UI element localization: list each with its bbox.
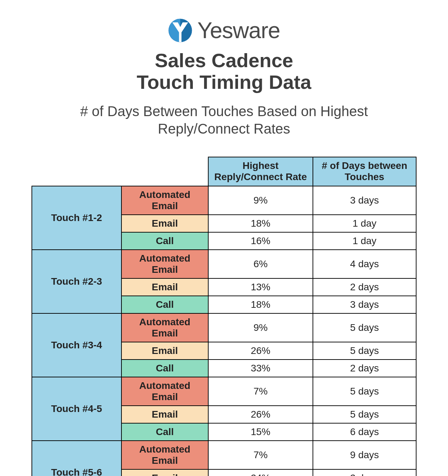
days-value: 1 day xyxy=(313,232,416,250)
rate-value: 26% xyxy=(208,406,313,423)
channel-label: Email xyxy=(121,406,209,423)
cadence-table: Highest Reply/Connect Rate # of Days bet… xyxy=(31,157,416,476)
rate-value: 16% xyxy=(208,232,313,250)
days-value: 5 days xyxy=(313,313,416,342)
days-value: 6 days xyxy=(313,423,416,441)
channel-label: Call xyxy=(121,423,209,441)
rate-value: 7% xyxy=(208,441,313,469)
table-row: Touch #5-6Automated Email7%9 days xyxy=(32,441,416,469)
title-line-1: Sales Cadence xyxy=(155,49,293,71)
table-row: Touch #4-5Automated Email7%5 days xyxy=(32,377,416,406)
touch-group-label: Touch #1-2 xyxy=(32,186,121,250)
channel-label: Automated Email xyxy=(121,441,209,469)
days-value: 9 days xyxy=(313,441,416,469)
rate-value: 33% xyxy=(208,360,313,377)
channel-label: Email xyxy=(121,469,209,476)
days-value: 2 days xyxy=(313,469,416,476)
touch-group-label: Touch #2-3 xyxy=(32,250,121,313)
col-header-days: # of Days between Touches xyxy=(313,157,416,186)
touch-group-label: Touch #4-5 xyxy=(32,377,121,441)
yesware-logo-icon xyxy=(168,18,192,43)
title-line-2: Touch Timing Data xyxy=(137,71,312,93)
channel-label: Email xyxy=(121,342,209,360)
channel-label: Email xyxy=(121,215,209,232)
brand-name: Yesware xyxy=(197,17,280,43)
rate-value: 15% xyxy=(208,423,313,441)
channel-label: Email xyxy=(121,278,209,296)
channel-label: Automated Email xyxy=(121,186,209,215)
rate-value: 7% xyxy=(208,377,313,406)
days-value: 5 days xyxy=(313,377,416,406)
header-spacer xyxy=(32,157,208,186)
rate-value: 18% xyxy=(208,215,313,232)
col-header-rate: Highest Reply/Connect Rate xyxy=(208,157,313,186)
rate-value: 9% xyxy=(208,186,313,215)
header-row: Highest Reply/Connect Rate # of Days bet… xyxy=(32,157,416,186)
days-value: 2 days xyxy=(313,278,416,296)
touch-group-label: Touch #5-6 xyxy=(32,441,121,476)
touch-group-label: Touch #3-4 xyxy=(32,313,121,377)
rate-value: 26% xyxy=(208,342,313,360)
channel-label: Call xyxy=(121,296,209,313)
channel-label: Call xyxy=(121,360,209,377)
table-row: Touch #3-4Automated Email9%5 days xyxy=(32,313,416,342)
days-value: 3 days xyxy=(313,296,416,313)
days-value: 3 days xyxy=(313,186,416,215)
channel-label: Call xyxy=(121,232,209,250)
rate-value: 24% xyxy=(208,469,313,476)
rate-value: 13% xyxy=(208,278,313,296)
channel-label: Automated Email xyxy=(121,250,209,278)
rate-value: 18% xyxy=(208,296,313,313)
page-title: Sales Cadence Touch Timing Data xyxy=(21,50,427,93)
channel-label: Automated Email xyxy=(121,377,209,406)
days-value: 5 days xyxy=(313,406,416,423)
page-subtitle: # of Days Between Touches Based on Highe… xyxy=(49,102,399,137)
days-value: 1 day xyxy=(313,215,416,232)
table-row: Touch #1-2Automated Email9%3 days xyxy=(32,186,416,215)
brand-logo: Yesware xyxy=(21,17,427,43)
days-value: 5 days xyxy=(313,342,416,360)
rate-value: 9% xyxy=(208,313,313,342)
days-value: 2 days xyxy=(313,360,416,377)
rate-value: 6% xyxy=(208,250,313,278)
days-value: 4 days xyxy=(313,250,416,278)
table-row: Touch #2-3Automated Email6%4 days xyxy=(32,250,416,278)
page-container: Yesware Sales Cadence Touch Timing Data … xyxy=(0,0,448,476)
channel-label: Automated Email xyxy=(121,313,209,342)
